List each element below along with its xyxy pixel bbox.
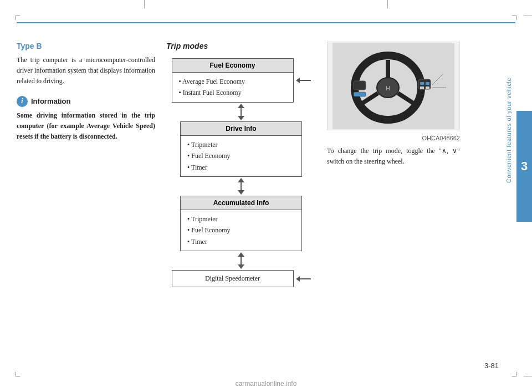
watermark: carmanualonline.info (236, 380, 297, 388)
arrow-head-down1 (238, 116, 244, 120)
arrow-line1 (241, 108, 242, 116)
change-mode-description: To change the trip mode, toggle the "∧, … (327, 146, 460, 167)
flow-box4-row: Digital Speedometer (172, 270, 311, 287)
corner-tick-tr (512, 16, 516, 20)
accumulated-item1: • Tripmeter (187, 213, 295, 225)
type-b-heading: Type B (17, 42, 155, 50)
svg-text:H: H (386, 85, 390, 91)
fuel-economy-header: Fuel Economy (172, 59, 293, 73)
accumulated-info-box: Accumulated Info • Tripmeter • Fuel Econ… (180, 196, 302, 251)
info-box: i Information Some driving information s… (17, 96, 155, 142)
info-heading: Information (31, 97, 71, 105)
accumulated-info-body: • Tripmeter • Fuel Economy • Timer (181, 210, 301, 251)
flow-box2-row: Drive Info • Tripmeter • Fuel Economy • … (180, 121, 302, 177)
chapter-title: Convenient features of your vehicle (505, 78, 515, 183)
chapter-number: 3 (521, 159, 528, 174)
arrow1 (238, 104, 244, 120)
middle-column: Trip modes Fuel Economy • Average Fuel E… (166, 30, 316, 359)
arrow-head-up2 (238, 178, 244, 182)
fuel-economy-item1: • Average Fuel Economy (179, 76, 287, 87)
arrow-head-up3 (238, 252, 244, 257)
drive-info-body: • Tripmeter • Fuel Economy • Timer (181, 136, 301, 176)
arrow-head-left2 (296, 276, 300, 282)
arrow-head-down2 (238, 190, 244, 195)
svg-rect-7 (354, 81, 366, 90)
arrow-line2 (241, 182, 242, 190)
arrow-line-side2 (300, 278, 311, 279)
arrow3 (238, 252, 244, 269)
top-border (17, 22, 515, 23)
info-title-row: i Information (17, 96, 155, 107)
accumulated-item2: • Fuel Economy (187, 225, 295, 236)
left-column: Type B The trip computer is a microcompu… (17, 30, 155, 359)
drive-info-item3: • Timer (187, 162, 295, 173)
svg-rect-13 (426, 86, 429, 89)
drive-info-header: Drive Info (181, 122, 301, 136)
steering-wheel-svg: H (332, 43, 454, 129)
trip-modes-heading: Trip modes (166, 42, 316, 50)
corner-tick-tl (16, 16, 20, 20)
digital-speedometer-arrow (296, 276, 311, 282)
svg-rect-12 (420, 86, 424, 89)
vert-line-2 (387, 0, 388, 8)
arrow-head-down3 (238, 264, 244, 269)
info-icon: i (17, 96, 28, 107)
type-b-description: The trip computer is a microcomputer-con… (17, 55, 155, 87)
corner-tick-br (512, 372, 516, 376)
image-caption: OHCA048662 (327, 135, 460, 141)
svg-rect-8 (354, 92, 366, 96)
horiz-right-line-bottom (524, 376, 532, 376)
arrow-head-up1 (238, 104, 244, 108)
arrow-head-left (296, 78, 300, 83)
fuel-economy-box: Fuel Economy • Average Fuel Economy • In… (172, 58, 294, 103)
right-column: H OHCA048662 To change the trip mode, to… (327, 30, 499, 359)
svg-rect-10 (420, 82, 424, 85)
svg-rect-11 (426, 82, 429, 85)
accumulated-info-header: Accumulated Info (181, 196, 301, 210)
page-number: 3-81 (484, 362, 499, 370)
chapter-tab: 3 (516, 111, 532, 222)
info-body-text: Some driving information stored in the t… (17, 110, 155, 142)
accumulated-item3: • Timer (187, 236, 295, 247)
arrow-line3 (241, 257, 242, 264)
vert-line-1 (144, 0, 145, 8)
steering-wheel-image: H (327, 42, 460, 130)
flow-box1-row: Fuel Economy • Average Fuel Economy • In… (172, 58, 311, 103)
flow-diagram: Fuel Economy • Average Fuel Economy • In… (166, 58, 316, 287)
drive-info-box: Drive Info • Tripmeter • Fuel Economy • … (180, 121, 302, 177)
main-content: Type B The trip computer is a microcompu… (17, 30, 499, 359)
corner-tick-bl (16, 372, 20, 376)
drive-info-item1: • Tripmeter (187, 139, 295, 150)
arrow2 (238, 178, 244, 195)
flow-box3-row: Accumulated Info • Tripmeter • Fuel Econ… (180, 196, 302, 251)
drive-info-item2: • Fuel Economy (187, 150, 295, 161)
fuel-economy-arrow (296, 78, 311, 83)
arrow-line (300, 80, 311, 81)
digital-speedometer-box: Digital Speedometer (172, 270, 294, 287)
fuel-economy-item2: • Instant Fuel Economy (179, 87, 287, 98)
fuel-economy-body: • Average Fuel Economy • Instant Fuel Ec… (172, 73, 293, 102)
horiz-right-line-top (524, 16, 532, 16)
